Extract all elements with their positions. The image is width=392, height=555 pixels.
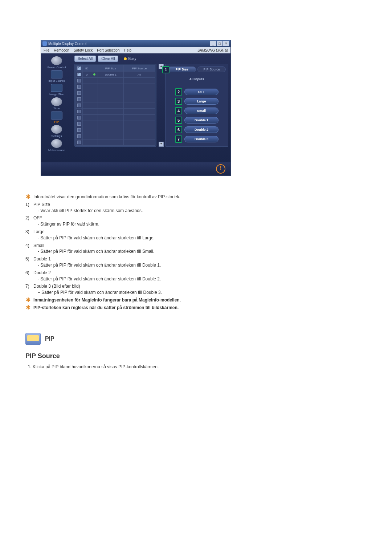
col-pip-source: PIP Source [124,65,155,72]
option-row: 6Double 2 [175,126,219,133]
checkbox[interactable] [77,128,81,132]
pip-section-icon [25,333,41,345]
option-button[interactable]: OFF [184,89,219,95]
callout-number: 4 [175,107,182,114]
table-row[interactable] [76,133,155,139]
subheading: PIP Source [25,352,367,360]
scroll-down-icon[interactable]: ▼ [159,142,164,147]
option-button[interactable]: Double 2 [184,126,219,133]
window-title: Multiple Display Control [48,42,86,46]
checkbox[interactable] [77,91,81,95]
option-row: 4Small [175,107,219,114]
table-row[interactable] [76,96,155,102]
option-button[interactable]: Large [184,98,219,105]
maintenance-icon [51,139,62,148]
checkbox[interactable] [77,122,81,126]
tab-pip-size[interactable]: 1 PIP Size [168,66,196,72]
checkbox[interactable] [77,104,81,107]
image-size-icon [51,84,62,92]
sidebar-item-time[interactable]: Time [41,97,72,110]
section-title: PIP [45,336,54,342]
star-icon: ✱ [25,194,30,200]
option-button[interactable]: Small [184,108,219,114]
sidebar-item-power-control[interactable]: Power Control [41,56,72,69]
menu-help[interactable]: Help [123,48,132,52]
table-row[interactable] [76,109,155,115]
star-icon: ✱ [25,297,30,303]
alert-icon [216,164,225,174]
callout-number: 3 [175,98,182,105]
table-row[interactable]: 0Double 1AV [76,72,155,78]
checkbox[interactable] [77,116,81,119]
table-row[interactable] [76,90,155,96]
app-icon [42,41,47,46]
scrollbar[interactable]: ▲ ▼ [159,64,163,147]
list-item: 7) Double 3 (Bild efter bild)– Sätter på… [25,283,367,296]
col-status [91,65,98,72]
instructions-list: Klicka på PIP bland huvudikonerna så vis… [27,364,367,370]
sidebar-item-maintenance[interactable]: Maintenance [41,139,72,152]
list-item: 4) Small- Sätter på PIP för vald skärm o… [25,243,367,255]
menu-remocon[interactable]: Remocon [53,48,70,52]
intro-text: Inforutnätet visar den grundinformation … [33,194,180,200]
table-row[interactable] [76,127,155,133]
maximize-button[interactable]: □ [217,41,222,46]
checkbox[interactable] [77,110,81,113]
table-row[interactable] [76,115,155,121]
checkbox[interactable] [77,73,81,76]
option-row: 5Double 1 [175,117,219,124]
checkbox[interactable] [77,97,81,101]
option-button[interactable]: Double 1 [184,117,219,123]
checkbox[interactable] [77,134,81,138]
sidebar-item-settings[interactable]: Settings [41,125,72,138]
main-area: Select All Clear All Busy ID [72,53,230,162]
option-row: 2OFF [175,88,219,96]
checkbox[interactable] [77,79,81,82]
callout-number: 7 [175,135,182,143]
table-row[interactable] [76,78,155,84]
titlebar: Multiple Display Control _ □ ✕ [41,40,230,47]
option-button[interactable]: Double 3 [184,136,219,142]
options-panel: 1 PIP Size PIP Source All Inputs 2OFF3La… [165,64,228,147]
menu-file[interactable]: File [42,48,50,52]
sidebar-item-image-size[interactable]: Image Size [41,84,72,96]
pip-icon [51,112,62,119]
callout-1: 1 [162,66,170,73]
table-row[interactable] [76,121,155,127]
menu-safety-lock[interactable]: Safety Lock [73,48,94,52]
clear-all-button[interactable]: Clear All [98,56,118,62]
col-id: ID [83,65,91,72]
close-button[interactable]: ✕ [223,41,229,46]
note-2: PIP-storleken kan regleras när du sätter… [33,305,179,311]
input-source-icon [51,70,62,78]
option-row: 3Large [175,98,219,105]
table-row[interactable] [76,102,155,109]
option-row: 7Double 3 [175,135,219,143]
app-window: Multiple Display Control _ □ ✕ File Remo… [41,40,231,176]
list-item: 3) Large- Sätter på PIP för vald skärm o… [25,229,367,241]
table-row[interactable] [76,84,155,90]
list-item: 2) OFF- Stänger av PIP för vald skärm. [25,215,367,227]
table-row[interactable] [76,139,155,146]
instruction-item: Klicka på PIP bland huvudikonerna så vis… [33,364,367,370]
gear-icon [51,125,62,134]
list-item: 6) Double 2- Sätter på PIP för vald skär… [25,270,367,282]
checkbox[interactable] [77,85,81,89]
menu-port-selection[interactable]: Port Selection [96,48,121,52]
col-checkbox[interactable] [76,65,83,72]
section-header: PIP [25,333,367,345]
status-dot-icon [93,73,95,76]
minimize-button[interactable]: _ [210,41,216,46]
note-1: Inmatningsenheten för MagicInfo fungerar… [33,297,181,303]
list-item: 1) PIP Size- Visar aktuell PIP-storlek f… [25,202,367,214]
select-all-button[interactable]: Select All [74,56,96,62]
list-item: 5) Double 1- Sätter på PIP för vald skär… [25,256,367,268]
status-bar [41,162,230,175]
col-pip-size: PIP Size [98,65,124,72]
sidebar-item-pip[interactable]: PIP [41,112,72,123]
sidebar-item-input-source[interactable]: Input Source [41,70,72,82]
sidebar: Power Control Input Source Image Size Ti… [41,53,72,162]
callout-number: 6 [175,126,182,133]
tab-pip-source[interactable]: PIP Source [197,66,226,72]
checkbox[interactable] [77,141,81,144]
